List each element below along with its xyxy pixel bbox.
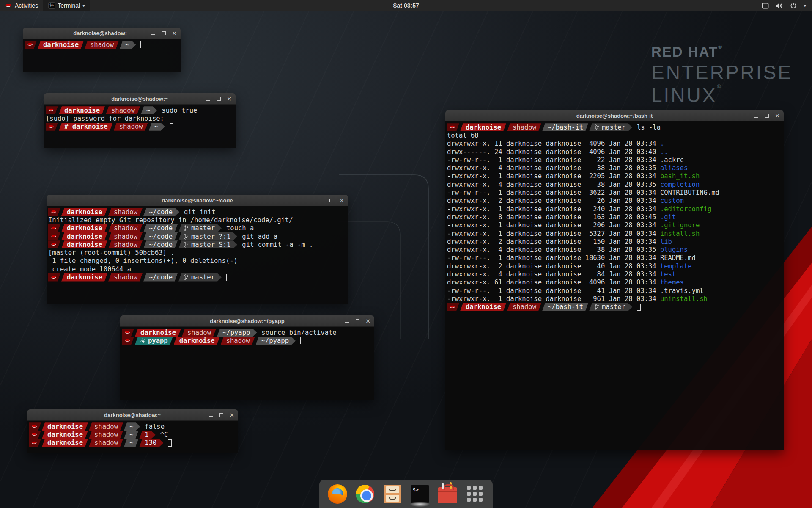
prompt-host-segment: shadow (108, 240, 143, 248)
dock-item-app-grid[interactable] (465, 484, 485, 504)
prompt-hat-segment (29, 431, 41, 439)
terminal-line: -rwxrwxr-x. 1 darknoise darknoise 5327 J… (447, 229, 782, 237)
prompt-user-segment: darknoise (61, 232, 107, 240)
ls-line-details: drwxrwxr-x. 4 darknoise darknoise 84 Jan… (447, 271, 660, 278)
prompt-host-segment: shadow (114, 123, 148, 131)
redhat-icon (51, 275, 57, 280)
prompt-host-segment: shadow (108, 224, 143, 232)
volume-icon[interactable] (776, 3, 783, 9)
titlebar[interactable]: darknoise@shadow:~ × (44, 93, 236, 105)
power-icon[interactable] (790, 2, 797, 9)
ls-file-name: completion (660, 181, 700, 188)
terminal-content[interactable]: darknoiseshadow~falsedarknoiseshadow~1^C… (27, 421, 238, 453)
minimize-button[interactable] (150, 30, 156, 36)
command-text: git add a (238, 233, 277, 240)
terminal-line: darknoiseshadow~/codemastertouch a (48, 224, 346, 232)
close-button[interactable]: × (171, 30, 177, 36)
system-menu-chevron-icon[interactable]: ▾ (804, 3, 806, 8)
close-button[interactable]: × (339, 197, 345, 203)
ls-line-details: -rw-rw-r--. 1 darknoise darknoise 22 Jan… (447, 156, 660, 164)
ls-file-name: bash_it.sh (660, 172, 700, 180)
ls-file-name: . (660, 140, 664, 147)
redhat-icon (48, 108, 54, 113)
dock-item-chrome[interactable] (355, 484, 375, 504)
terminal-window-sudo: darknoise@shadow:~ × darknoiseshadow~sud… (44, 93, 236, 148)
command-text: git init (180, 208, 216, 216)
prompt-path-segment: ~/code (143, 224, 178, 232)
prompt-user-segment: darknoise (174, 337, 220, 345)
terminal-line: darknoiseshadow~sudo true (46, 106, 234, 114)
terminal-line: drwxrwxr-x. 4 darknoise darknoise 84 Jan… (447, 270, 782, 278)
display-icon[interactable] (762, 3, 769, 9)
maximize-button[interactable] (218, 412, 224, 418)
prompt-hat-segment (48, 208, 60, 216)
prompt-hat-segment (29, 422, 41, 431)
prompt-host-segment: shadow (221, 337, 255, 345)
terminal-line: drwxrwxr-x. 2 darknoise darknoise 26 Jan… (447, 197, 782, 205)
chrome-icon (356, 485, 374, 503)
clock[interactable]: Sat 03:57 (0, 2, 812, 9)
maximize-button[interactable] (161, 30, 167, 36)
ls-file-name: plugins (660, 246, 688, 254)
maximize-button[interactable] (328, 197, 334, 203)
window-title: darknoise@shadow:~/bash-it (576, 113, 653, 119)
titlebar[interactable]: darknoise@shadow:~/pyapp × (120, 315, 374, 327)
ls-line-details: -rwxrwxr-x. 1 darknoise darknoise 2205 J… (447, 172, 660, 180)
titlebar[interactable]: darknoise@shadow:~ × (27, 409, 238, 421)
redhat-icon (450, 305, 455, 309)
file-cabinet-icon (384, 485, 401, 503)
terminal-content[interactable]: darknoiseshadow~/bash-itmasterls -latota… (445, 121, 784, 450)
prompt-path-segment: ~/code (143, 232, 178, 240)
dock-item-terminal[interactable]: $> (410, 484, 430, 504)
close-button[interactable]: × (774, 113, 780, 119)
maximize-button[interactable] (354, 318, 360, 324)
terminal-output-text: [sudo] password for darknoise: (46, 115, 164, 122)
prompt-path-segment: ~/code (143, 273, 178, 282)
titlebar[interactable]: darknoise@shadow:~/bash-it × (445, 110, 784, 121)
titlebar[interactable]: darknoise@shadow:~/code × (47, 195, 348, 206)
minimize-button[interactable] (753, 113, 759, 119)
terminal-output-text: 1 file changed, 0 insertions(+), 0 delet… (48, 257, 238, 265)
titlebar[interactable]: darknoise@shadow:~ × (23, 28, 181, 39)
gnome-top-bar: Activities $> Terminal ▾ Sat 03:57 ▾ (0, 0, 812, 11)
dock-item-files[interactable] (382, 484, 403, 504)
terminal-output-text: Initialized empty Git repository in /hom… (48, 216, 293, 224)
maximize-button[interactable] (764, 113, 770, 119)
dock-item-firefox[interactable] (327, 484, 348, 504)
prompt-user-segment: darknoise (42, 439, 88, 447)
prompt-path-segment: ~ (141, 106, 157, 114)
close-button[interactable]: × (229, 412, 235, 418)
command-text: ^C (156, 431, 168, 439)
terminal-output-text: [master (root-commit) 50bcb63] . (48, 249, 175, 257)
minimize-button[interactable] (208, 412, 214, 418)
terminal-line: darknoiseshadow~/bash-itmasterls -la (447, 123, 782, 131)
prompt-hat-segment (46, 106, 58, 114)
terminal-content[interactable]: darknoiseshadow~sudo true[sudo] password… (44, 105, 236, 148)
terminal-content[interactable]: darknoiseshadow~/codegit initInitialized… (47, 206, 348, 304)
terminal-line: -rwxrwxr-x. 1 darknoise darknoise 2205 J… (447, 172, 782, 180)
prompt-hat-segment (48, 273, 60, 282)
close-button[interactable]: × (365, 318, 371, 324)
ls-file-name: README.md (660, 254, 696, 262)
prompt-hat-segment (48, 240, 60, 248)
prompt-hat-segment (122, 337, 134, 345)
dock: $> (319, 480, 493, 508)
minimize-button[interactable] (318, 197, 324, 203)
prompt-host-segment: shadow (108, 232, 143, 240)
close-button[interactable]: × (226, 96, 232, 102)
terminal-cursor (226, 274, 230, 281)
terminal-content[interactable]: darknoiseshadow~/pyappsource bin/activat… (120, 327, 374, 400)
minimize-button[interactable] (344, 318, 350, 324)
prompt-user-segment: darknoise (42, 422, 88, 431)
minimize-button[interactable] (205, 96, 211, 102)
dock-item-toolbox[interactable] (437, 484, 458, 504)
prompt-git-segment: master ?:1 (178, 232, 237, 240)
ls-file-name: install.sh (660, 230, 700, 237)
terminal-content[interactable]: darknoiseshadow~ (23, 39, 181, 72)
prompt-user-segment: darknoise (61, 273, 107, 282)
terminal-cursor (168, 439, 172, 447)
ls-line-details: -rw-rw-r--. 1 darknoise darknoise 3622 J… (447, 189, 660, 196)
redhat-icon (31, 441, 37, 445)
ls-line-details: drwxrwxr-x. 2 darknoise darknoise 26 Jan… (447, 197, 660, 204)
maximize-button[interactable] (216, 96, 222, 102)
